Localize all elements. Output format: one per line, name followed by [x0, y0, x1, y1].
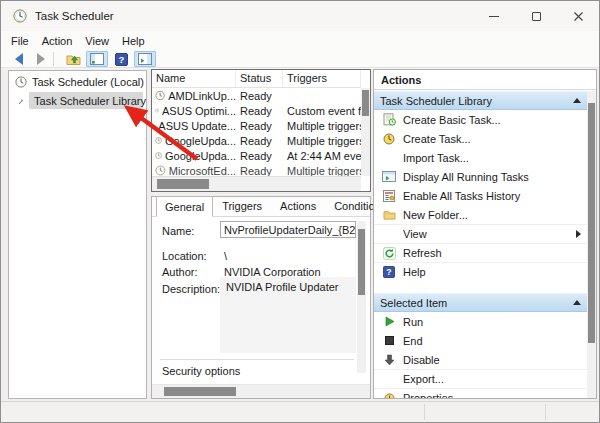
run-play-icon	[384, 316, 395, 327]
table-row[interactable]: GoogleUpda... Ready Multiple triggers	[152, 133, 361, 148]
app-clock-icon	[13, 9, 27, 23]
scrollbar-thumb[interactable]	[588, 103, 595, 343]
description-box[interactable]: NVIDIA Profile Updater	[220, 277, 356, 353]
clock-icon	[155, 165, 166, 176]
action-export[interactable]: Export...	[374, 369, 587, 388]
table-row[interactable]: MicrosoftEd... Ready Multiple triggers	[152, 163, 361, 176]
help-icon: ?	[115, 53, 128, 66]
task-name-field[interactable]: NvProfileUpdaterDaily_{B2FE1	[220, 221, 356, 238]
action-label: Export...	[403, 373, 587, 385]
column-header-name[interactable]: Name	[152, 70, 236, 87]
actions-vertical-scrollbar[interactable]	[587, 91, 596, 398]
menu-help[interactable]: Help	[122, 33, 154, 49]
minimize-button[interactable]	[473, 1, 515, 31]
menu-action[interactable]: Action	[42, 33, 82, 49]
action-properties[interactable]: Properties	[374, 388, 587, 398]
action-enable-all-tasks-history[interactable]: Enable All Tasks History	[374, 186, 587, 205]
action-display-all-running-tasks[interactable]: Display All Running Tasks	[374, 167, 587, 186]
section-header-selected-item[interactable]: Selected Item	[374, 293, 587, 312]
actions-pane: Actions Task Scheduler Library Create Ba…	[373, 69, 597, 399]
clock-icon	[155, 90, 165, 101]
forward-arrow-icon	[37, 53, 45, 65]
maximize-button[interactable]	[515, 1, 557, 31]
collapse-arrow-icon[interactable]	[573, 98, 581, 103]
action-help[interactable]: ? Help	[374, 262, 587, 281]
tree-item-task-scheduler-local[interactable]: Task Scheduler (Local)	[9, 74, 146, 90]
export-list-button[interactable]	[63, 51, 84, 67]
task-status: Ready	[236, 90, 283, 102]
forward-button[interactable]	[31, 51, 51, 67]
create-basic-task-icon	[383, 113, 396, 126]
action-end[interactable]: End	[374, 331, 587, 350]
tab-triggers[interactable]: Triggers	[213, 196, 271, 216]
table-row[interactable]: ASUS Update... Ready Multiple triggers	[152, 118, 361, 133]
scrollbar-thumb[interactable]	[358, 229, 365, 295]
details-vertical-scrollbar[interactable]	[357, 221, 366, 373]
show-hide-console-tree-button[interactable]	[86, 51, 108, 67]
menu-view[interactable]: View	[85, 33, 118, 49]
folder-arrow-icon	[66, 53, 81, 66]
action-label: Display All Running Tasks	[403, 171, 587, 183]
task-status: Ready	[236, 150, 283, 162]
task-name: ASUS Update...	[158, 120, 236, 132]
column-header-triggers[interactable]: Triggers	[283, 70, 361, 87]
tasks-history-icon	[383, 190, 395, 202]
section-divider	[160, 359, 354, 360]
console-tree-pane: Task Scheduler (Local) Task Scheduler Li…	[8, 70, 147, 399]
back-button[interactable]	[9, 51, 29, 67]
details-tabstrip: General Triggers Actions Conditions	[152, 197, 370, 217]
column-header-status[interactable]: Status	[236, 70, 283, 87]
properties-clock-icon	[384, 393, 395, 399]
task-list-vertical-scrollbar[interactable]	[361, 88, 370, 176]
section-header-label: Selected Item	[380, 297, 573, 309]
table-row[interactable]: GoogleUpda... Ready At 2:44 AM every	[152, 148, 361, 163]
action-view[interactable]: View	[374, 224, 587, 243]
action-refresh[interactable]: Refresh	[374, 243, 587, 262]
action-label: New Folder...	[403, 209, 587, 221]
svg-text:?: ?	[386, 267, 391, 277]
action-label: End	[403, 335, 587, 347]
action-run[interactable]: Run	[374, 312, 587, 331]
task-name: AMDLinkUp...	[168, 90, 236, 102]
task-scheduler-window: Task Scheduler File Action View Help ?	[0, 0, 600, 423]
menu-file[interactable]: File	[11, 33, 38, 49]
tree-item-task-scheduler-library[interactable]: Task Scheduler Library	[9, 93, 146, 109]
task-name: GoogleUpda...	[165, 150, 236, 162]
task-status: Ready	[236, 120, 283, 132]
running-tasks-window-icon	[382, 171, 396, 182]
action-create-basic-task[interactable]: Create Basic Task...	[374, 110, 587, 129]
table-row[interactable]: AMDLinkUp... Ready	[152, 88, 361, 103]
task-triggers: Multiple triggers	[283, 120, 361, 132]
details-horizontal-scrollbar[interactable]	[152, 384, 370, 398]
task-triggers: At 2:44 AM every	[283, 150, 361, 162]
action-new-folder[interactable]: New Folder...	[374, 205, 587, 224]
action-import-task[interactable]: Import Task...	[374, 148, 587, 167]
tab-general[interactable]: General	[156, 196, 213, 217]
action-disable[interactable]: Disable	[374, 350, 587, 369]
section-gap	[374, 281, 587, 293]
chevron-right-icon[interactable]	[18, 99, 23, 104]
action-label: Run	[403, 316, 587, 328]
task-list-horizontal-scrollbar[interactable]	[152, 176, 361, 191]
help-toolbar-button[interactable]: ?	[111, 51, 131, 67]
task-status: Ready	[236, 165, 283, 177]
collapse-arrow-icon[interactable]	[573, 300, 581, 305]
task-triggers: Multiple triggers	[283, 135, 361, 147]
scrollbar-thumb[interactable]	[164, 387, 236, 396]
title-bar: Task Scheduler	[1, 1, 599, 31]
scrollbar-thumb[interactable]	[362, 90, 369, 116]
close-button[interactable]	[557, 1, 599, 31]
clock-icon	[155, 135, 162, 146]
action-label: Import Task...	[403, 152, 587, 164]
action-label: Properties	[403, 392, 587, 398]
task-name: GoogleUpda...	[165, 135, 236, 147]
task-name: MicrosoftEd...	[169, 165, 236, 177]
action-create-task[interactable]: Create Task...	[374, 129, 587, 148]
scrollbar-thumb[interactable]	[157, 179, 209, 189]
maximize-icon	[532, 12, 541, 21]
show-hide-action-pane-button[interactable]	[134, 51, 156, 67]
section-header-task-scheduler-library[interactable]: Task Scheduler Library	[374, 91, 587, 110]
tab-actions[interactable]: Actions	[271, 196, 325, 216]
task-folder-icon	[28, 96, 30, 107]
table-row[interactable]: ASUS Optimi... Ready Custom event fil	[152, 103, 361, 118]
